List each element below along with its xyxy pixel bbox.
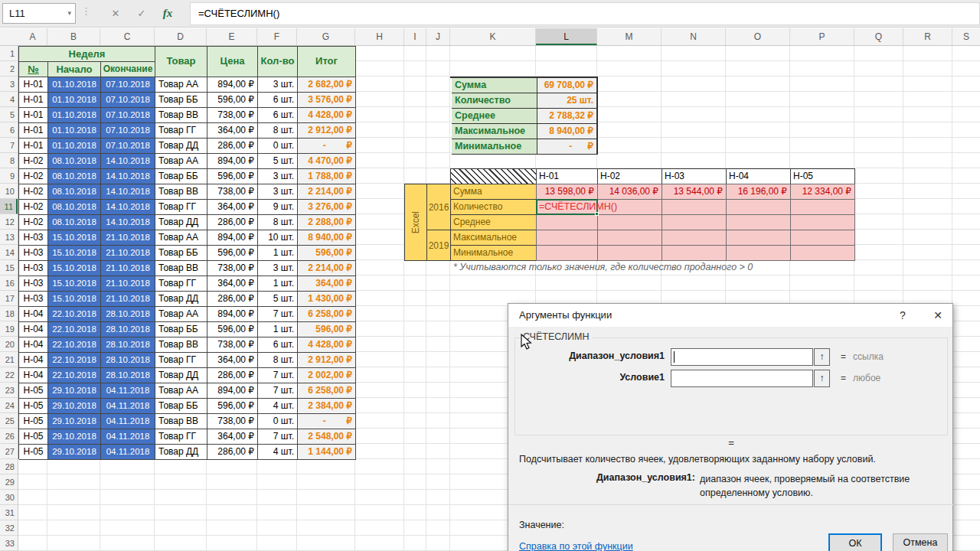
summary-value[interactable]: 69 708,00 ₽ — [537, 78, 598, 93]
cell[interactable]: 3 шт. — [258, 261, 298, 276]
cell[interactable]: 01.10.2018 — [48, 77, 101, 93]
pivot-cell[interactable] — [662, 245, 727, 261]
cell[interactable]: Н-02 — [19, 200, 48, 215]
cell[interactable]: 29.10.2018 — [48, 399, 101, 414]
cell[interactable]: Товар АА — [155, 383, 207, 399]
row-header-1[interactable]: 1 — [0, 46, 18, 61]
summary-label[interactable]: Количество — [452, 93, 537, 109]
confirm-entry-button[interactable]: ✓ — [130, 3, 153, 24]
row-header-9[interactable]: 9 — [0, 168, 18, 184]
cell[interactable]: 3 276,00 ₽ — [298, 200, 356, 215]
cell[interactable]: 1 144,00 ₽ — [298, 445, 356, 460]
row-header-15[interactable]: 15 — [0, 260, 18, 276]
cell[interactable]: 28.10.2018 — [101, 307, 155, 322]
cell[interactable]: 738,00 ₽ — [207, 414, 258, 429]
pivot-cell[interactable] — [662, 214, 727, 230]
row-header-20[interactable]: 20 — [0, 337, 18, 352]
pivot-cell[interactable] — [790, 230, 855, 246]
cell[interactable]: Н-05 — [19, 414, 48, 429]
cell[interactable]: 3 шт. — [258, 77, 298, 93]
active-cell-L11[interactable]: =СЧЁТЕСЛИМН() — [536, 199, 598, 215]
pivot-cell[interactable] — [726, 230, 791, 246]
column-header-I[interactable]: I — [404, 28, 426, 45]
cell[interactable]: Товар АА — [155, 77, 207, 93]
cell[interactable]: 22.10.2018 — [48, 337, 101, 353]
cell[interactable]: 0 шт. — [258, 414, 298, 429]
header-end[interactable]: Окончание — [101, 62, 155, 77]
cell[interactable]: Товар ВВ — [155, 337, 207, 353]
summary-label[interactable]: Сумма — [452, 78, 537, 93]
cell[interactable]: 21.10.2018 — [101, 246, 155, 261]
cell[interactable]: 08.10.2018 — [48, 154, 101, 169]
cell[interactable]: 596,00 ₽ — [298, 322, 356, 337]
cell[interactable]: Н-03 — [19, 246, 48, 261]
cell[interactable]: 07.10.2018 — [101, 139, 155, 154]
cell[interactable]: Товар ББ — [155, 93, 207, 108]
cell[interactable]: 14.10.2018 — [101, 169, 155, 184]
cell[interactable]: 4 шт. — [258, 399, 298, 414]
excel-group-cell[interactable]: Excel — [404, 184, 427, 261]
cell[interactable]: 01.10.2018 — [48, 108, 101, 123]
cell[interactable]: 596,00 ₽ — [207, 322, 258, 337]
pivot-cell[interactable] — [597, 230, 662, 246]
cell[interactable]: 596,00 ₽ — [207, 246, 258, 261]
cell[interactable]: Товар ДД — [155, 445, 207, 460]
week-header-Н-01[interactable]: Н-01 — [536, 168, 598, 184]
pivot-cell[interactable] — [662, 230, 727, 246]
cell[interactable]: Товар АА — [155, 230, 207, 246]
row-header-31[interactable]: 31 — [0, 505, 18, 520]
header-total[interactable]: Итог — [298, 47, 356, 77]
cell[interactable]: 29.10.2018 — [48, 383, 101, 399]
row-header-7[interactable]: 7 — [0, 138, 18, 153]
argument-input-1[interactable] — [671, 348, 813, 366]
pivot-cell[interactable]: 14 036,00 ₽ — [597, 184, 662, 200]
column-header-G[interactable]: G — [297, 28, 355, 45]
row-header-17[interactable]: 17 — [0, 291, 18, 306]
pivot-cell[interactable] — [536, 214, 598, 230]
cell[interactable]: Н-01 — [19, 123, 48, 139]
column-header-N[interactable]: N — [662, 28, 726, 45]
week-header-Н-03[interactable]: Н-03 — [662, 168, 727, 184]
summary-value[interactable]: 2 788,32 ₽ — [537, 109, 598, 124]
cell[interactable]: Н-01 — [19, 77, 48, 93]
cell[interactable]: Товар ВВ — [155, 261, 207, 276]
cell[interactable]: 08.10.2018 — [48, 200, 101, 215]
cell[interactable]: 596,00 ₽ — [207, 399, 258, 414]
pivot-cell[interactable] — [597, 245, 662, 261]
cell[interactable]: 8 940,00 ₽ — [298, 230, 356, 246]
column-header-C[interactable]: C — [100, 28, 155, 45]
summary-label[interactable]: Максимальное — [452, 124, 537, 139]
week-header-Н-04[interactable]: Н-04 — [726, 168, 791, 184]
cell[interactable]: 08.10.2018 — [48, 215, 101, 230]
summary-value[interactable]: 8 940,00 ₽ — [537, 124, 598, 139]
metric-label[interactable]: Минимальное — [450, 245, 537, 261]
cell[interactable]: Н-05 — [19, 383, 48, 399]
cell[interactable]: 21.10.2018 — [101, 230, 155, 246]
cell[interactable]: Товар ВВ — [155, 108, 207, 123]
cell[interactable]: 364,00 ₽ — [298, 276, 356, 292]
summary-value[interactable]: 25 шт. — [537, 93, 598, 109]
column-header-M[interactable]: M — [597, 28, 662, 45]
cell[interactable]: 3 шт. — [258, 169, 298, 184]
cell[interactable]: 3 576,00 ₽ — [298, 93, 356, 108]
row-header-2[interactable]: 2 — [0, 61, 18, 77]
cell[interactable]: Н-01 — [19, 108, 48, 123]
cell[interactable]: 04.11.2018 — [101, 414, 155, 429]
cell[interactable]: 894,00 ₽ — [207, 77, 258, 93]
cell[interactable]: 14.10.2018 — [101, 184, 155, 200]
row-header-21[interactable]: 21 — [0, 352, 18, 367]
cell[interactable]: - ₽ — [298, 139, 356, 154]
pivot-cell[interactable] — [790, 199, 855, 215]
metric-label[interactable]: Количество — [450, 199, 537, 215]
pivot-cell[interactable]: 16 196,00 ₽ — [726, 184, 791, 200]
cell[interactable]: 894,00 ₽ — [207, 154, 258, 169]
cell[interactable]: 22.10.2018 — [48, 307, 101, 322]
cell[interactable]: 15.10.2018 — [48, 230, 101, 246]
pivot-cell[interactable] — [726, 245, 791, 261]
cell[interactable]: Товар ГГ — [155, 429, 207, 445]
header-week-group[interactable]: Неделя — [19, 47, 155, 62]
cell[interactable]: 28.10.2018 — [101, 353, 155, 368]
cell[interactable]: Товар ДД — [155, 215, 207, 230]
cell[interactable]: 0 шт. — [258, 139, 298, 154]
metric-label[interactable]: Сумма — [450, 184, 537, 200]
